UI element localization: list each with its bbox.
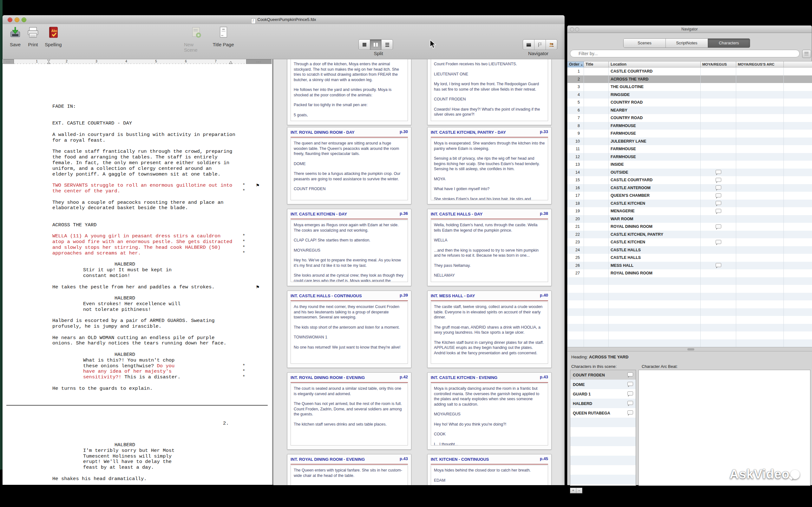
navigator-row-1[interactable]: 1CASTLE COURTYARD [567,67,812,75]
navigator-row[interactable] [567,331,812,339]
character-item-empty[interactable] [570,446,636,456]
navigator-row-2[interactable]: 2ACROSS THE YARD [567,75,812,83]
navigator-row-13[interactable]: 13INSIDE [567,161,812,169]
column-header-moya-regus[interactable]: MOYA/REGUS [701,61,736,68]
scriptnote-bubble-icon[interactable] [716,201,721,205]
spelling-button[interactable]: Abc Spelling [41,26,65,47]
navigator-row-20[interactable]: 20WAR ROOM [567,215,812,223]
scriptnote-bubble-icon[interactable] [627,410,633,414]
column-header-moya-regus-arc[interactable]: MOYA/REGUS'S ARC [736,61,784,68]
scriptnote-bubble-icon[interactable] [627,372,633,377]
scene-card-body[interactable]: As they round the next corner, they enco… [291,302,408,364]
remove-button[interactable]: – [576,488,582,493]
navigator-row-14[interactable]: 14OUTSIDE [567,169,812,176]
navigator-row[interactable] [567,308,812,316]
navigator-row-17[interactable]: 17QUEEN'S CHAMBER [567,192,812,200]
scriptnote-bubble-icon[interactable] [716,224,721,228]
scriptnote-bubble-icon[interactable] [716,193,721,198]
navigator-row-21[interactable]: 21ROYAL DINING ROOM [567,223,812,231]
scriptnote-bubble-icon[interactable] [716,170,721,174]
scene-card[interactable]: INT. ROYAL DINING ROOM - DAYp.30The quee… [287,127,411,205]
tab-scriptnotes[interactable]: ScriptNotes [666,39,708,48]
scene-card[interactable]: Through a door off the kitchen, Moya ent… [287,59,411,125]
navigator-titlebar[interactable]: Navigator [567,26,812,33]
navigator-row[interactable] [567,316,812,324]
scene-card-body[interactable]: The castle staff, twelve strong, collect… [431,302,548,364]
character-item-empty[interactable] [570,418,636,427]
scene-card[interactable]: INT. CASTLE HALLS - CONTINUOUSp.39As the… [287,291,411,368]
navigator-row[interactable] [567,339,812,347]
navigator-row-6[interactable]: 6NEARBY [567,107,812,114]
scriptnote-bubble-icon[interactable] [627,382,633,386]
scene-card-body[interactable]: The court is seated around a similar siz… [291,383,408,446]
scriptnotes-navigator-button[interactable] [535,40,546,50]
character-item-empty[interactable] [570,456,636,465]
add-button[interactable]: + [570,488,576,493]
column-header-location[interactable]: Location [609,61,701,68]
new-scene-button[interactable]: New Scene [184,26,208,53]
scene-card[interactable]: INT. ROYAL DINING ROOM - EVENINGp.43The … [287,454,411,485]
scene-card-body[interactable]: Moya emerges as Regus once again with Ed… [291,220,408,282]
scrollbar-thumb[interactable] [687,348,694,350]
split-horizontal-button[interactable] [382,40,393,50]
window-titlebar[interactable]: ƒCookQueenPumpkinPrince5.fdx [3,15,565,24]
navigator-row-12[interactable]: 12FARMHOUSE [567,153,812,161]
characters-navigator-button[interactable] [546,40,557,50]
navigator-row-15[interactable]: 15CASTLE COURTYARD [567,176,812,184]
scene-card-body[interactable]: The Queen enters with typical fanfare. S… [291,465,408,485]
navigator-row-9[interactable]: 9FARMHOUSE [567,130,812,137]
scriptnote-bubble-icon[interactable] [716,263,721,267]
scene-card[interactable]: INT. CASTLE KITCHEN - EVENINGp.43Moya is… [427,372,552,450]
scene-card[interactable]: INT. MESS HALL - DAYp.40The castle staff… [427,291,552,368]
navigator-row-11[interactable]: 11FARMHOUSE [567,145,812,153]
column-header-order[interactable]: Order ▲ [567,61,584,68]
character-item-empty[interactable] [570,427,636,437]
navigator-row-27[interactable]: 27ROYAL DINING ROOM [567,269,812,277]
character-item-queen-rutabega[interactable]: QUEEN RUTABEGA [570,408,636,418]
navigator-row[interactable] [567,285,812,293]
scriptnote-bubble-icon[interactable] [716,178,721,182]
navigator-row-10[interactable]: 10JULEBERRY LANE [567,137,812,146]
scene-card[interactable]: INT. ROYAL DINING ROOM - EVENINGp.42The … [287,372,411,450]
navigator-row-19[interactable]: 19MENAGERIE [567,207,812,215]
scene-card-body[interactable]: Count Froden receives his two LIEUTENANT… [431,59,548,121]
scenes-navigator-button[interactable] [523,40,535,50]
column-header-title[interactable]: Title [584,61,609,68]
table-horizontal-scrollbar[interactable] [567,347,812,351]
navigator-row-16[interactable]: 16CASTLE ANTEROOM [567,184,812,192]
scriptnote-bubble-icon[interactable] [716,209,721,213]
navigator-row-7[interactable]: 7COUNTRY ROAD [567,114,812,122]
scriptnote-bubble-icon[interactable] [716,240,721,244]
tab-characters[interactable]: Characters [708,39,750,48]
scriptnote-bubble-icon[interactable] [627,391,633,395]
character-item-empty[interactable] [570,437,636,446]
split-vertical-button[interactable] [370,40,382,50]
navigator-row-3[interactable]: 3THE GUILLOTINE [567,83,812,91]
scriptnote-bubble-icon[interactable] [716,185,721,189]
navigator-row-5[interactable]: 5COUNTRY ROAD [567,99,812,107]
scene-card-body[interactable]: Through a door off the kitchen, Moya ent… [291,59,408,121]
scene-card[interactable]: INT. KITCHEN - CONTINUOUSp.45Moya hides … [427,454,552,485]
scriptnote-bubble-icon[interactable] [627,401,633,405]
character-item-count-froden[interactable]: COUNT FRODEN [570,370,636,380]
navigator-row-23[interactable]: 23CASTLE KITCHEN [567,238,812,246]
scene-card-body[interactable]: Wella, holding Edam's hand, runs through… [431,220,548,282]
scene-card[interactable]: Count Froden receives his two LIEUTENANT… [427,59,552,125]
scene-card-body[interactable]: Moya is exasperated. She wanders through… [431,138,548,200]
character-item-halberd[interactable]: HALBERD [570,399,636,408]
character-item-guard-1[interactable]: GUARD 1 [570,389,636,399]
navigator-row-4[interactable]: 4RINGSIDE [567,91,812,99]
character-item-empty[interactable] [570,475,636,484]
navigator-row-25[interactable]: 25CASTLE HALLS [567,254,812,262]
navigator-row-26[interactable]: 26MESS HALL [567,262,812,270]
script-editor[interactable]: FADE IN:EXT. CASTLE COURTYARD - DAYA wal… [3,64,272,485]
filter-options-button[interactable] [802,50,811,58]
navigator-row[interactable] [567,277,812,285]
scene-card-body[interactable]: Moya is practically dancing around the r… [431,383,548,446]
navigator-row-8[interactable]: 8FARMHOUSE [567,122,812,130]
navigator-row[interactable] [567,293,812,301]
scene-card[interactable]: INT. CASTLE KITCHEN - DAYp.36Moya emerge… [287,209,411,286]
navigator-row[interactable] [567,300,812,308]
scene-card[interactable]: INT. CASTLE HALLS - DAYp.38Wella, holdin… [427,209,552,286]
character-item-empty[interactable] [570,465,636,475]
